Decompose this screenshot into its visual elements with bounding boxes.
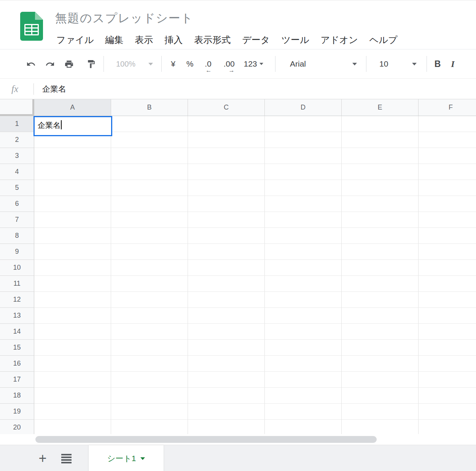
cell-E6[interactable] (342, 196, 419, 212)
zoom-select[interactable]: 100% (107, 56, 158, 72)
cell-B13[interactable] (111, 308, 188, 324)
cell-C10[interactable] (188, 260, 265, 276)
cell-B7[interactable] (111, 212, 188, 228)
row-header-17[interactable]: 17 (0, 372, 34, 388)
cell-C9[interactable] (188, 244, 265, 260)
cell-D7[interactable] (265, 212, 342, 228)
cell-E17[interactable] (342, 372, 419, 388)
cell-E15[interactable] (342, 340, 419, 356)
menu-item-8[interactable]: アドオン (315, 34, 364, 46)
cell-C16[interactable] (188, 356, 265, 372)
cell-B1[interactable] (111, 116, 188, 132)
row-header-19[interactable]: 19 (0, 404, 34, 420)
cell-F18[interactable] (419, 388, 476, 404)
cell-A11[interactable] (34, 276, 111, 292)
cell-F2[interactable] (419, 132, 476, 148)
cell-E9[interactable] (342, 244, 419, 260)
paint-format-button[interactable] (84, 57, 98, 71)
row-header-4[interactable]: 4 (0, 164, 34, 180)
row-header-7[interactable]: 7 (0, 212, 34, 228)
cell-D9[interactable] (265, 244, 342, 260)
cell-B4[interactable] (111, 164, 188, 180)
row-header-14[interactable]: 14 (0, 324, 34, 340)
cell-D5[interactable] (265, 180, 342, 196)
cell-C12[interactable] (188, 292, 265, 308)
cell-E14[interactable] (342, 324, 419, 340)
cell-C14[interactable] (188, 324, 265, 340)
cell-F16[interactable] (419, 356, 476, 372)
cell-F3[interactable] (419, 148, 476, 164)
row-header-5[interactable]: 5 (0, 180, 34, 196)
cell-B2[interactable] (111, 132, 188, 148)
column-header-E[interactable]: E (342, 99, 419, 116)
cell-D19[interactable] (265, 404, 342, 420)
cell-A12[interactable] (34, 292, 111, 308)
decrease-decimal-button[interactable]: .0← (198, 56, 218, 72)
cell-B14[interactable] (111, 324, 188, 340)
column-header-F[interactable]: F (419, 99, 476, 116)
cell-C18[interactable] (188, 388, 265, 404)
cell-D10[interactable] (265, 260, 342, 276)
cell-E2[interactable] (342, 132, 419, 148)
cell-C17[interactable] (188, 372, 265, 388)
cell-F20[interactable] (419, 420, 476, 434)
cell-A9[interactable] (34, 244, 111, 260)
cell-A17[interactable] (34, 372, 111, 388)
cell-F14[interactable] (419, 324, 476, 340)
cell-C8[interactable] (188, 228, 265, 244)
cell-D4[interactable] (265, 164, 342, 180)
cell-A6[interactable] (34, 196, 111, 212)
cell-F1[interactable] (419, 116, 476, 132)
cell-A3[interactable] (34, 148, 111, 164)
cell-C4[interactable] (188, 164, 265, 180)
row-header-13[interactable]: 13 (0, 308, 34, 324)
column-header-D[interactable]: D (265, 99, 342, 116)
sheets-logo-icon[interactable] (20, 12, 43, 41)
cell-E3[interactable] (342, 148, 419, 164)
row-header-8[interactable]: 8 (0, 228, 34, 244)
cell-D20[interactable] (265, 420, 342, 434)
add-sheet-button[interactable]: + (35, 445, 50, 471)
cell-C1[interactable] (188, 116, 265, 132)
cell-C13[interactable] (188, 308, 265, 324)
cell-D14[interactable] (265, 324, 342, 340)
more-formats-button[interactable]: 123 (240, 56, 267, 72)
undo-button[interactable] (24, 57, 38, 71)
cell-C19[interactable] (188, 404, 265, 420)
horizontal-scrollbar-thumb[interactable] (35, 436, 377, 443)
cell-A8[interactable] (34, 228, 111, 244)
cell-E18[interactable] (342, 388, 419, 404)
cell-A14[interactable] (34, 324, 111, 340)
cell-B19[interactable] (111, 404, 188, 420)
cell-E19[interactable] (342, 404, 419, 420)
font-family-select[interactable]: Arial (279, 56, 363, 72)
row-header-2[interactable]: 2 (0, 132, 34, 148)
cell-B15[interactable] (111, 340, 188, 356)
row-header-18[interactable]: 18 (0, 388, 34, 404)
cell-F17[interactable] (419, 372, 476, 388)
cell-C6[interactable] (188, 196, 265, 212)
cell-A7[interactable] (34, 212, 111, 228)
cell-C15[interactable] (188, 340, 265, 356)
cell-B12[interactable] (111, 292, 188, 308)
cell-B10[interactable] (111, 260, 188, 276)
cell-F6[interactable] (419, 196, 476, 212)
cell-E16[interactable] (342, 356, 419, 372)
cell-C20[interactable] (188, 420, 265, 434)
italic-button[interactable]: I (445, 56, 460, 72)
cell-B20[interactable] (111, 420, 188, 434)
menu-item-1[interactable]: ファイル (51, 34, 99, 46)
format-currency-button[interactable]: ¥ (165, 56, 181, 72)
row-header-6[interactable]: 6 (0, 196, 34, 212)
cell-E4[interactable] (342, 164, 419, 180)
cell-D1[interactable] (265, 116, 342, 132)
cell-E13[interactable] (342, 308, 419, 324)
cell-B9[interactable] (111, 244, 188, 260)
cell-A20[interactable] (34, 420, 111, 434)
cell-A13[interactable] (34, 308, 111, 324)
cell-B8[interactable] (111, 228, 188, 244)
cell-C11[interactable] (188, 276, 265, 292)
cell-A4[interactable] (34, 164, 111, 180)
menu-item-6[interactable]: データ (236, 34, 275, 46)
row-header-3[interactable]: 3 (0, 148, 34, 164)
